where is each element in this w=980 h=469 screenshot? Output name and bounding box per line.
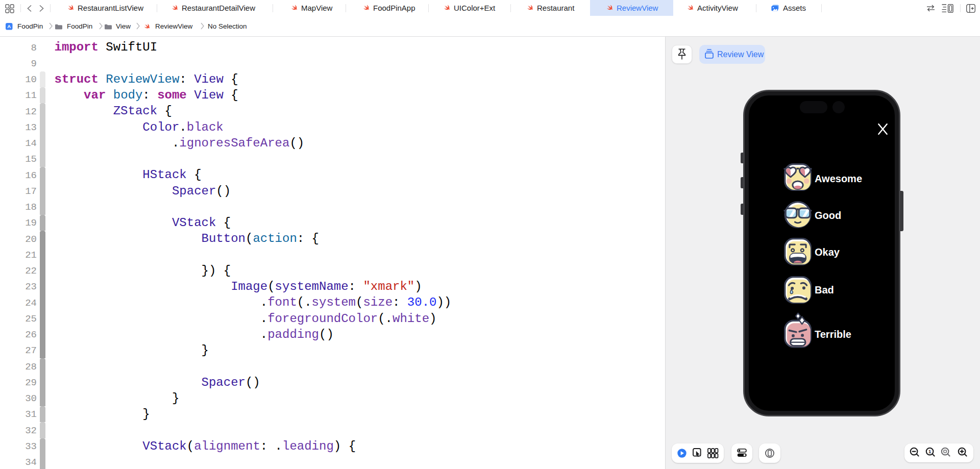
svg-text:1: 1: [928, 449, 932, 454]
svg-text:A: A: [7, 23, 11, 29]
